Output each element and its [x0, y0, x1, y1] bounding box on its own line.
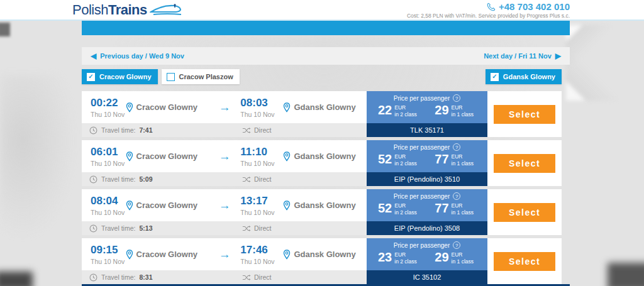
journey-meta-bar: Travel time: 5:13 Direct: [82, 221, 367, 235]
price-1st-class: 77 EURin 1 class: [435, 152, 474, 167]
location-pin-icon: [283, 250, 291, 260]
location-pin-icon: [283, 201, 291, 211]
background-photo-blur: [0, 75, 75, 239]
departure-date: Thu 10 Nov: [91, 209, 126, 216]
train-result-row: 06:01 Thu 10 Nov Cracow Glowny → 11:10 T…: [82, 140, 562, 186]
clock-icon: [89, 224, 97, 233]
select-area: Select: [487, 140, 562, 186]
departure-station: Cracow Glowny: [126, 102, 209, 113]
price-per-passenger-label: Price per passenger ?: [367, 241, 487, 249]
phone-number[interactable]: +48 703 402 010: [407, 1, 570, 12]
arrival-date: Thu 10 Nov: [240, 258, 283, 265]
day-navigation: ◀ Previous day / Wed 9 Nov Next day / Fr…: [82, 47, 570, 65]
direction-arrow-icon: →: [209, 150, 240, 163]
background-photo-blur: [0, 272, 33, 286]
travel-time: Travel time: 5:13: [82, 224, 152, 233]
travel-time-value: 5:13: [139, 224, 152, 232]
location-pin-icon: [126, 201, 133, 211]
arrival-block: 17:46 Thu 10 Nov: [240, 244, 283, 265]
departure-block: 08:04 Thu 10 Nov: [82, 195, 126, 216]
arrival-time: 13:17: [240, 195, 283, 207]
results-list: 00:22 Thu 10 Nov Cracow Glowny → 08:03 T…: [82, 91, 562, 286]
filter-cracow-glowny[interactable]: Cracow Glowny: [82, 69, 158, 84]
departure-block: 00:22 Thu 10 Nov: [82, 97, 126, 118]
shuffle-icon: [242, 274, 251, 281]
select-button[interactable]: Select: [494, 105, 555, 124]
select-button[interactable]: Select: [494, 203, 555, 222]
help-icon[interactable]: ?: [453, 192, 460, 200]
header: PolishTrains +48 703 402 010 Cost: 2,58 …: [0, 0, 644, 21]
departure-station: Cracow Glowny: [126, 201, 209, 211]
price-2nd-class: 23 EURin 2 class: [378, 250, 417, 265]
shuffle-icon: [242, 225, 251, 232]
arrival-station: Gdansk Glowny: [283, 151, 367, 162]
price-per-passenger-label: Price per passenger ?: [367, 143, 487, 151]
train-name-bar: IC 35102: [367, 270, 487, 284]
checkbox-icon[interactable]: [87, 73, 95, 81]
location-pin-icon: [126, 102, 133, 113]
price-2nd-class: 52 EURin 2 class: [378, 152, 417, 167]
train-name-bar: TLK 35171: [367, 123, 487, 137]
journey-info: 06:01 Thu 10 Nov Cracow Glowny → 11:10 T…: [82, 140, 367, 172]
filter-gdansk-glowny[interactable]: Gdansk Glowny: [486, 69, 562, 84]
connection-type: Direct: [242, 224, 271, 232]
arrival-time: 08:03: [240, 97, 283, 109]
background-photo-blur: [0, 23, 10, 36]
checkbox-icon[interactable]: [167, 73, 175, 81]
prices: 23 EURin 2 class 29 EURin 1 class: [367, 249, 487, 265]
train-name-bar: EIP (Pendolino) 3510: [367, 172, 487, 186]
background-photo-blur: [608, 263, 644, 286]
checkbox-icon[interactable]: [491, 73, 499, 81]
departure-block: 09:15 Thu 10 Nov: [82, 244, 126, 265]
travel-time: Travel time: 8:31: [82, 273, 152, 282]
location-pin-icon: [126, 250, 133, 260]
arrival-station: Gdansk Glowny: [283, 201, 367, 211]
filter-cracow-plaszow[interactable]: Cracow Plaszow: [162, 69, 240, 84]
price-2nd-class: 52 EURin 2 class: [378, 201, 417, 216]
departure-date: Thu 10 Nov: [91, 258, 126, 265]
departure-block: 06:01 Thu 10 Nov: [82, 146, 126, 167]
arrival-date: Thu 10 Nov: [240, 160, 283, 167]
location-pin-icon: [283, 102, 291, 113]
departure-time: 08:04: [91, 195, 126, 207]
direction-arrow-icon: →: [209, 248, 240, 261]
prices: 52 EURin 2 class 77 EURin 1 class: [367, 200, 487, 216]
select-area: Select: [487, 189, 562, 235]
arrival-date: Thu 10 Nov: [240, 111, 283, 118]
price-block: Price per passenger ? 52 EURin 2 class 7…: [367, 140, 487, 172]
price-per-passenger-label: Price per passenger ?: [367, 94, 487, 102]
price-1st-class: 29 EURin 1 class: [435, 103, 474, 118]
prices: 22 EURin 2 class 29 EURin 1 class: [367, 102, 487, 118]
train-name-bar: EIP (Pendolino) 3508: [367, 221, 487, 235]
next-day-link[interactable]: Next day / Fri 11 Nov ▶: [484, 52, 561, 60]
help-icon[interactable]: ?: [453, 94, 460, 102]
select-area: Select: [487, 91, 562, 137]
spacer: [243, 69, 482, 84]
arrival-station: Gdansk Glowny: [283, 102, 367, 113]
connection-type: Direct: [242, 126, 271, 134]
travel-time-value: 8:31: [139, 273, 152, 281]
help-icon[interactable]: ?: [453, 143, 460, 151]
shuffle-icon: [242, 176, 251, 183]
departure-time: 09:15: [91, 244, 126, 256]
shuffle-icon: [242, 127, 251, 134]
station-filters: Cracow Glowny Cracow Plaszow Gdansk Glow…: [82, 69, 570, 84]
arrival-time: 17:46: [240, 244, 283, 256]
select-button[interactable]: Select: [494, 252, 555, 271]
clock-icon: [89, 126, 97, 135]
journey-meta-bar: Travel time: 7:41 Direct: [82, 123, 367, 137]
logo[interactable]: PolishTrains: [72, 2, 182, 18]
select-button[interactable]: Select: [494, 154, 555, 173]
background-photo-blur: [566, 25, 644, 101]
connection-type: Direct: [242, 273, 271, 281]
travel-time: Travel time: 7:41: [82, 126, 152, 135]
help-icon[interactable]: ?: [453, 241, 460, 249]
train-result-row: 09:15 Thu 10 Nov Cracow Glowny → 17:46 T…: [82, 238, 562, 284]
train-result-row: 00:22 Thu 10 Nov Cracow Glowny → 08:03 T…: [82, 91, 562, 137]
train-logo-icon: [150, 4, 182, 18]
search-panel-stub: [82, 21, 570, 35]
departure-date: Thu 10 Nov: [91, 111, 126, 118]
select-area: Select: [487, 238, 562, 284]
price-block: Price per passenger ? 52 EURin 2 class 7…: [367, 189, 487, 221]
previous-day-link[interactable]: ◀ Previous day / Wed 9 Nov: [91, 52, 184, 60]
